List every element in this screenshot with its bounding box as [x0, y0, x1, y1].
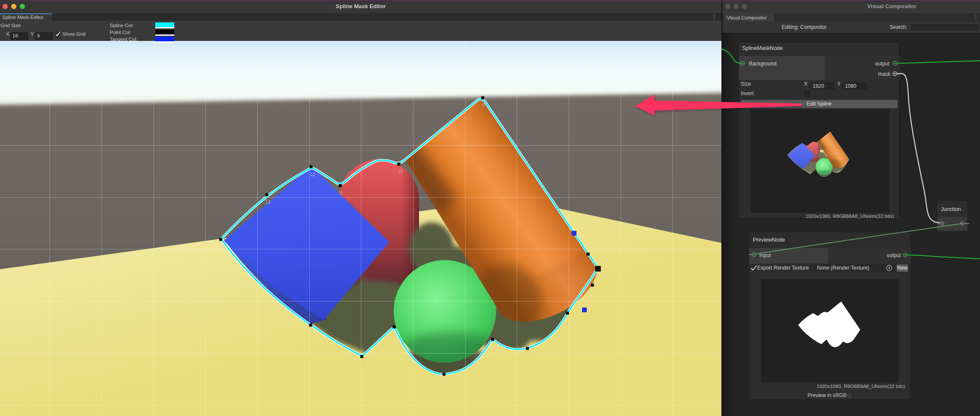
- svg-text:1: 1: [311, 329, 313, 335]
- svg-text:9: 9: [482, 102, 484, 108]
- svg-text:10: 10: [398, 169, 403, 174]
- svg-text:11: 11: [338, 190, 343, 196]
- svg-text:2: 2: [362, 361, 364, 366]
- svg-text:8: 8: [596, 273, 599, 278]
- svg-text:6: 6: [526, 353, 529, 358]
- svg-text:4: 4: [444, 379, 447, 384]
- svg-text:0: 0: [221, 244, 224, 249]
- svg-text:12: 12: [310, 172, 315, 177]
- svg-text:5: 5: [492, 347, 494, 352]
- svg-text:13: 13: [265, 199, 271, 205]
- svg-text:7: 7: [566, 322, 568, 327]
- svg-text:3: 3: [394, 332, 396, 337]
